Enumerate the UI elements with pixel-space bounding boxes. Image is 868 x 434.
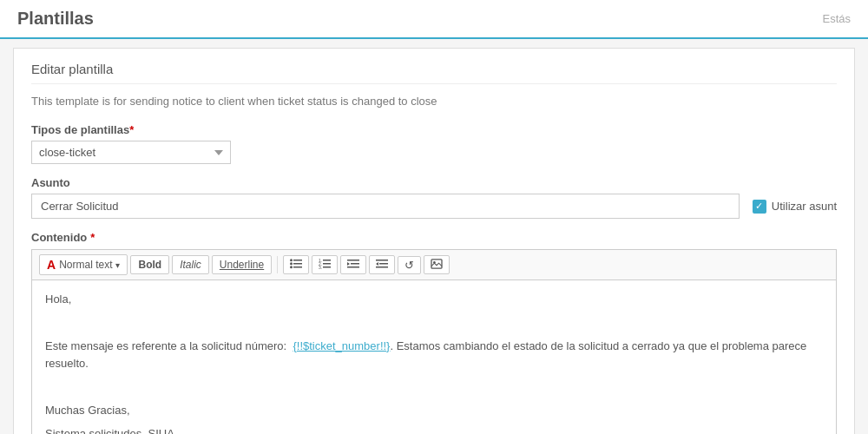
svg-rect-2	[293, 266, 302, 268]
toolbar-separator-1	[277, 256, 278, 273]
checkbox-checked-icon: ✓	[753, 200, 766, 214]
contenido-label: Contenido	[31, 231, 87, 244]
editor-toolbar: A Normal text ▾ Bold Italic Underline	[31, 249, 837, 279]
svg-text:3.: 3.	[319, 265, 322, 269]
unordered-list-button[interactable]	[283, 255, 309, 274]
svg-rect-16	[376, 260, 388, 261]
editor-line-blank	[45, 314, 823, 332]
svg-point-3	[290, 259, 293, 261]
normal-text-button[interactable]: A Normal text ▾	[39, 254, 128, 275]
ordered-list-button[interactable]: 1. 2. 3.	[312, 255, 338, 274]
editor-line-gracias: Muchas Gracias,	[45, 402, 823, 420]
svg-rect-13	[351, 263, 359, 265]
underline-button[interactable]: Underline	[212, 255, 272, 274]
editor-area[interactable]: Hola, Este mensaje es referente a la sol…	[31, 279, 837, 434]
tipos-select[interactable]: close-ticket open-ticket reply-ticket	[31, 141, 231, 164]
subject-row: ✓ Utilizar asunt	[31, 194, 837, 219]
normal-text-label: Normal text	[59, 259, 112, 271]
svg-marker-15	[347, 262, 350, 266]
dropdown-arrow-icon: ▾	[115, 260, 120, 270]
font-icon: A	[47, 258, 56, 272]
top-bar: Plantillas Estás	[0, 0, 868, 39]
content-label-row: Contenido*	[31, 231, 837, 244]
svg-rect-0	[293, 260, 302, 261]
svg-point-5	[290, 266, 293, 268]
italic-button[interactable]: Italic	[172, 255, 209, 274]
main-content: Editar plantilla This template is for se…	[13, 48, 855, 434]
svg-point-4	[290, 262, 293, 265]
svg-rect-7	[323, 263, 331, 265]
asunto-label: Asunto	[31, 176, 837, 189]
svg-rect-1	[293, 263, 302, 265]
svg-rect-8	[323, 266, 331, 268]
editor-line-sistema: Sistema solicitudes, SIUA	[45, 425, 823, 434]
editor-line-blank2	[45, 378, 823, 397]
asunto-input[interactable]	[31, 194, 740, 219]
utilizar-asunto-text: Utilizar asunt	[772, 200, 837, 213]
indent-button[interactable]	[340, 255, 366, 274]
siua-text: SIUA	[148, 427, 174, 434]
svg-rect-17	[379, 263, 388, 265]
svg-rect-12	[347, 260, 359, 261]
utilizar-asunto-checkbox-label[interactable]: ✓ Utilizar asunt	[753, 200, 837, 214]
svg-marker-19	[376, 262, 378, 266]
page-title: Plantillas	[17, 9, 94, 29]
asunto-group: Asunto ✓ Utilizar asunt	[31, 176, 837, 219]
ticket-number-var: {!!$ticket_number!!}	[293, 339, 390, 352]
editor-line-hola: Hola,	[45, 291, 823, 309]
contenido-required: *	[90, 231, 95, 244]
outdent-button[interactable]	[369, 255, 395, 274]
top-bar-right-text: Estás	[822, 12, 851, 25]
undo-button[interactable]: ↺	[398, 256, 421, 274]
contenido-group: Contenido* A Normal text ▾ Bold Italic U…	[31, 231, 837, 434]
svg-rect-6	[323, 260, 331, 261]
svg-rect-20	[431, 260, 442, 268]
image-button[interactable]	[424, 255, 450, 274]
svg-rect-18	[376, 266, 388, 268]
tipos-label: Tipos de plantillas*	[31, 123, 837, 136]
tipos-group: Tipos de plantillas* close-ticket open-t…	[31, 123, 837, 164]
section-title: Editar plantilla	[31, 62, 837, 84]
description-text: This template is for sending notice to c…	[31, 95, 837, 108]
editor-line-msg: Este mensaje es referente a la solicitud…	[45, 338, 823, 374]
svg-rect-14	[347, 266, 359, 268]
bold-button[interactable]: Bold	[130, 255, 169, 274]
